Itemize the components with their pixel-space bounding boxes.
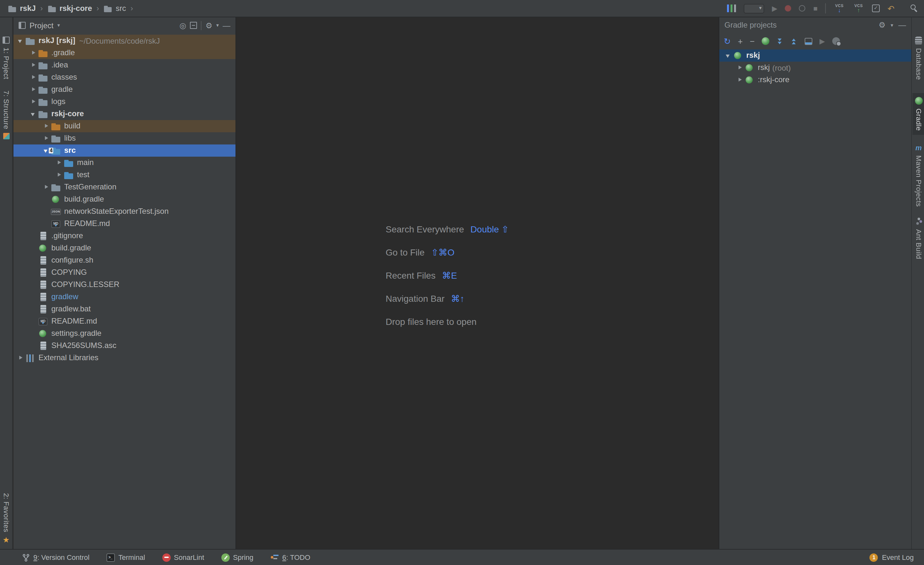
hide-panel-icon[interactable]: — xyxy=(898,21,906,29)
gradle-tree-row[interactable]: rskj xyxy=(719,50,911,62)
gradle-tree-row[interactable]: rskj (root) xyxy=(719,62,911,74)
run-configuration-select[interactable]: ▾ xyxy=(744,3,764,13)
gradle-tree-row[interactable]: :rskj-core xyxy=(719,74,911,86)
tree-row[interactable]: networkStateExporterTest.json xyxy=(14,206,236,218)
detach-project-icon[interactable]: − xyxy=(750,37,754,45)
update-changes-icon[interactable] xyxy=(727,5,736,12)
tree-expand-arrow-icon[interactable] xyxy=(30,83,38,96)
tree-row[interactable]: build.gradle xyxy=(14,242,236,254)
run-gradle-task-icon[interactable] xyxy=(762,37,770,45)
breadcrumb-item[interactable]: rskj-core xyxy=(47,4,92,13)
tree-row[interactable]: 4 src xyxy=(14,144,236,157)
tree-expand-arrow-icon[interactable] xyxy=(30,266,38,279)
tree-expand-arrow-icon[interactable] xyxy=(30,96,38,108)
tree-row[interactable]: classes xyxy=(14,71,236,83)
tree-row[interactable]: gradle xyxy=(14,83,236,96)
tree-row[interactable]: .gradle xyxy=(14,47,236,59)
tree-expand-arrow-icon[interactable] xyxy=(42,193,51,206)
tree-row[interactable]: configure.sh xyxy=(14,254,236,266)
tree-row[interactable]: logs xyxy=(14,96,236,108)
refresh-gradle-icon[interactable]: ↻ xyxy=(724,37,731,45)
tree-expand-arrow-icon[interactable] xyxy=(30,254,38,266)
tree-expand-arrow-icon[interactable] xyxy=(16,35,25,47)
statusbar-sonarlint[interactable]: SonarLint xyxy=(162,553,204,562)
collapse-all-icon[interactable] xyxy=(190,22,197,29)
rollback-button[interactable]: ↶ xyxy=(887,4,894,12)
tree-expand-arrow-icon[interactable] xyxy=(42,206,51,218)
tree-expand-arrow-icon[interactable] xyxy=(42,120,51,132)
tree-row[interactable]: TestGeneration xyxy=(14,181,236,193)
tree-expand-arrow-icon[interactable] xyxy=(42,132,51,144)
statusbar-event-log[interactable]: 1 Event Log xyxy=(870,550,914,565)
tree-expand-arrow-icon[interactable] xyxy=(16,352,25,364)
tree-expand-arrow-icon[interactable] xyxy=(30,71,38,83)
stop-button[interactable]: ■ xyxy=(813,5,818,12)
toolwindow-tab-project[interactable]: 1: Project xyxy=(0,37,12,79)
expand-all-icon[interactable] xyxy=(776,38,783,45)
collapse-all-icon[interactable] xyxy=(790,38,798,45)
toolwindow-tab-ant[interactable]: Ant Build xyxy=(912,218,924,259)
tree-row[interactable]: rskj-core xyxy=(14,108,236,120)
attach-project-icon[interactable]: + xyxy=(738,37,743,45)
chevron-down-icon[interactable]: ▾ xyxy=(57,23,60,28)
tree-expand-arrow-icon[interactable] xyxy=(30,340,38,352)
tree-expand-arrow-icon[interactable] xyxy=(30,59,38,71)
breadcrumb-item[interactable]: src xyxy=(104,4,126,13)
project-view-selector[interactable]: Project xyxy=(30,21,54,30)
tree-expand-arrow-icon[interactable] xyxy=(30,303,38,315)
tree-expand-arrow-icon[interactable] xyxy=(30,47,38,59)
settings-gear-icon[interactable]: ⚙ xyxy=(206,21,212,29)
tree-row[interactable]: .idea xyxy=(14,59,236,71)
tree-expand-arrow-icon[interactable] xyxy=(736,74,744,86)
tree-expand-arrow-icon[interactable] xyxy=(724,50,733,62)
tree-expand-arrow-icon[interactable] xyxy=(42,218,51,230)
tree-row[interactable]: External Libraries xyxy=(14,352,236,364)
tree-row[interactable]: build xyxy=(14,120,236,132)
statusbar-spring[interactable]: Spring xyxy=(221,553,254,562)
tree-row[interactable]: gradlew xyxy=(14,291,236,303)
gradle-settings-icon[interactable] xyxy=(832,37,840,45)
tree-expand-arrow-icon[interactable] xyxy=(736,62,744,74)
tree-expand-arrow-icon[interactable] xyxy=(42,181,51,193)
tree-row[interactable]: README.md xyxy=(14,315,236,328)
commit-button[interactable] xyxy=(872,5,880,12)
tree-expand-arrow-icon[interactable] xyxy=(55,169,63,181)
tree-row[interactable]: libs xyxy=(14,132,236,144)
vcs-push-button[interactable]: VCS ↑ xyxy=(853,3,864,13)
toolwindow-tab-structure[interactable]: 7: Structure xyxy=(0,90,12,140)
statusbar-version-control[interactable]: 9: Version Control xyxy=(22,553,90,562)
tree-row[interactable]: test xyxy=(14,169,236,181)
tree-expand-arrow-icon[interactable] xyxy=(30,328,38,340)
tree-row[interactable]: gradlew.bat xyxy=(14,303,236,315)
tree-row[interactable]: SHA256SUMS.asc xyxy=(14,340,236,352)
tree-expand-arrow-icon[interactable] xyxy=(30,230,38,242)
tree-row[interactable]: settings.gradle xyxy=(14,328,236,340)
tree-row[interactable]: README.md xyxy=(14,218,236,230)
run-configuration-icon[interactable]: ▶ xyxy=(819,38,825,45)
run-button[interactable]: ▶ xyxy=(772,5,777,12)
breadcrumb-item[interactable]: rskJ xyxy=(8,4,36,13)
tree-row[interactable]: build.gradle xyxy=(14,193,236,206)
tree-row[interactable]: .gitignore xyxy=(14,230,236,242)
toolwindow-tab-database[interactable]: Database xyxy=(912,37,924,80)
toolwindow-tab-favorites[interactable]: 2: Favorites ★ xyxy=(0,493,12,544)
tree-row[interactable]: COPYING xyxy=(14,266,236,279)
search-everywhere-icon[interactable] xyxy=(910,5,920,14)
tree-row[interactable]: rskJ [rskj] ~/Documents/code/rskJ xyxy=(14,35,236,47)
tree-expand-arrow-icon[interactable] xyxy=(30,242,38,254)
profile-button[interactable] xyxy=(785,5,792,12)
statusbar-terminal[interactable]: Terminal xyxy=(107,553,145,562)
tree-expand-arrow-icon[interactable] xyxy=(30,291,38,303)
tree-expand-arrow-icon[interactable] xyxy=(30,108,38,120)
tree-row[interactable]: COPYING.LESSER xyxy=(14,279,236,291)
tree-expand-arrow-icon[interactable] xyxy=(30,279,38,291)
vcs-update-button[interactable]: VCS ↓ xyxy=(834,3,845,13)
toolwindow-tab-maven[interactable]: m Maven Projects xyxy=(912,144,924,207)
settings-gear-icon[interactable]: ⚙ xyxy=(879,21,885,29)
toggle-panel-icon[interactable] xyxy=(805,38,812,45)
toolwindow-tab-gradle[interactable]: Gradle xyxy=(912,93,924,135)
tree-row[interactable]: main xyxy=(14,157,236,169)
statusbar-todo[interactable]: 6: TODO xyxy=(271,553,310,562)
locate-file-icon[interactable]: ◎ xyxy=(179,21,186,29)
tree-expand-arrow-icon[interactable] xyxy=(30,315,38,328)
